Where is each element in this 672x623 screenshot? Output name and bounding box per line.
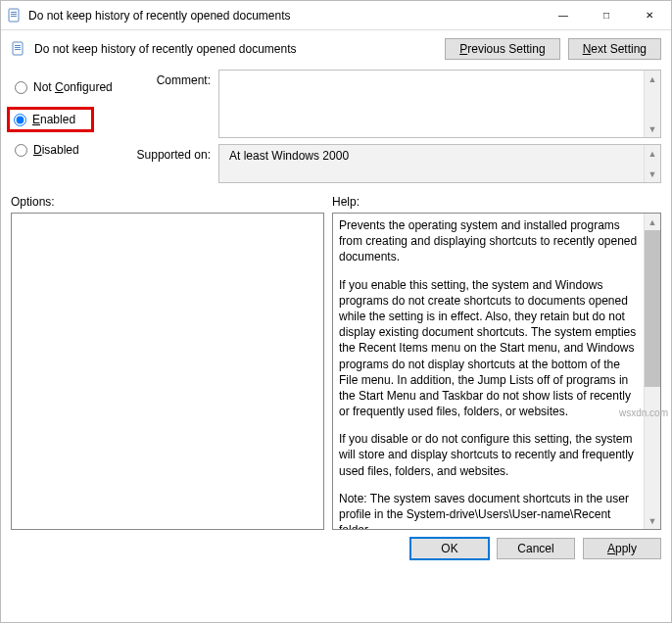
- help-panel: Prevents the operating system and instal…: [332, 213, 661, 530]
- supported-on-box: At least Windows 2000 ▲ ▼: [218, 144, 661, 183]
- maximize-button[interactable]: □: [585, 1, 628, 29]
- svg-rect-6: [15, 47, 21, 48]
- header-title: Do not keep history of recently opened d…: [34, 42, 437, 56]
- options-label: Options:: [11, 195, 332, 209]
- cancel-button[interactable]: Cancel: [497, 538, 575, 559]
- titlebar: Do not keep history of recently opened d…: [1, 1, 671, 30]
- window-title: Do not keep history of recently opened d…: [28, 9, 542, 23]
- header-row: Do not keep history of recently opened d…: [1, 30, 671, 64]
- radio-not-configured-input[interactable]: [15, 81, 27, 94]
- svg-rect-7: [15, 49, 21, 50]
- radio-enabled[interactable]: Enabled: [10, 112, 77, 127]
- supported-label: Supported on:: [130, 144, 218, 162]
- close-button[interactable]: ✕: [628, 1, 671, 29]
- svg-rect-2: [11, 14, 17, 15]
- next-setting-button[interactable]: Next Setting: [568, 38, 661, 60]
- comment-scrollbar[interactable]: ▲ ▼: [644, 71, 660, 137]
- scroll-down-icon: ▼: [645, 166, 660, 182]
- svg-rect-5: [15, 45, 21, 46]
- help-label: Help:: [332, 195, 360, 209]
- supported-scrollbar: ▲ ▼: [644, 145, 660, 182]
- scroll-up-icon[interactable]: ▲: [645, 214, 660, 230]
- scroll-thumb[interactable]: [645, 230, 660, 387]
- help-text: Prevents the operating system and instal…: [333, 214, 644, 529]
- options-panel: [11, 213, 324, 530]
- help-scrollbar[interactable]: ▲ ▼: [644, 214, 660, 529]
- svg-rect-1: [11, 12, 17, 13]
- ok-button[interactable]: OK: [410, 538, 489, 559]
- scroll-down-icon[interactable]: ▼: [645, 512, 660, 529]
- section-labels: Options: Help:: [1, 189, 671, 211]
- state-radio-group: Not Configured Enabled Disabled: [11, 70, 130, 189]
- radio-enabled-input[interactable]: [14, 114, 26, 126]
- scroll-up-icon: ▲: [645, 145, 660, 162]
- scroll-up-icon[interactable]: ▲: [645, 71, 660, 87]
- policy-icon: [11, 41, 26, 57]
- supported-on-value: At least Windows 2000: [219, 145, 644, 182]
- comment-label: Comment:: [130, 70, 218, 87]
- radio-disabled-input[interactable]: [15, 144, 27, 157]
- apply-button[interactable]: Apply: [583, 538, 661, 559]
- previous-setting-button[interactable]: Previous Setting: [445, 38, 559, 60]
- svg-rect-4: [13, 42, 23, 55]
- radio-disabled[interactable]: Disabled: [11, 142, 130, 158]
- comment-textarea[interactable]: ▲ ▼: [218, 70, 661, 138]
- svg-rect-3: [11, 16, 17, 17]
- dialog-footer: OK Cancel Apply: [1, 530, 671, 567]
- highlight-box: Enabled: [7, 107, 94, 132]
- radio-not-configured[interactable]: Not Configured: [11, 79, 130, 95]
- policy-icon: [7, 8, 23, 24]
- scroll-down-icon[interactable]: ▼: [645, 120, 660, 137]
- svg-rect-0: [9, 9, 19, 22]
- minimize-button[interactable]: —: [542, 1, 585, 29]
